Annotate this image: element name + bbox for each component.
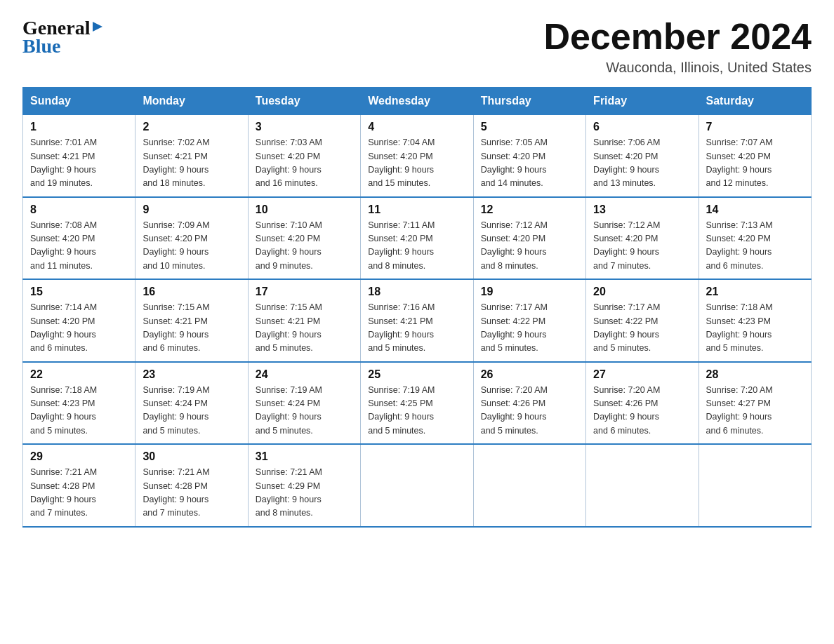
calendar-cell: 17 Sunrise: 7:15 AMSunset: 4:21 PMDaylig… <box>248 279 360 362</box>
calendar-cell <box>361 444 473 527</box>
calendar-cell: 10 Sunrise: 7:10 AMSunset: 4:20 PMDaylig… <box>248 197 360 280</box>
day-info: Sunrise: 7:21 AMSunset: 4:28 PMDaylight:… <box>30 467 97 518</box>
day-info: Sunrise: 7:02 AMSunset: 4:21 PMDaylight:… <box>143 137 209 188</box>
svg-marker-0 <box>93 22 102 32</box>
day-number: 25 <box>368 368 465 381</box>
day-info: Sunrise: 7:03 AMSunset: 4:20 PMDaylight:… <box>256 137 322 188</box>
day-number: 5 <box>481 121 578 133</box>
day-info: Sunrise: 7:21 AMSunset: 4:28 PMDaylight:… <box>143 467 209 518</box>
calendar-header-row: SundayMondayTuesdayWednesdayThursdayFrid… <box>23 88 812 115</box>
calendar-cell <box>699 444 811 527</box>
col-header-tuesday: Tuesday <box>248 88 360 115</box>
calendar-cell: 21 Sunrise: 7:18 AMSunset: 4:23 PMDaylig… <box>699 279 811 362</box>
calendar-cell: 3 Sunrise: 7:03 AMSunset: 4:20 PMDayligh… <box>248 115 360 197</box>
calendar-cell: 11 Sunrise: 7:11 AMSunset: 4:20 PMDaylig… <box>361 197 473 280</box>
day-info: Sunrise: 7:20 AMSunset: 4:27 PMDaylight:… <box>706 385 773 436</box>
day-number: 23 <box>143 368 240 381</box>
day-number: 6 <box>593 121 691 133</box>
day-info: Sunrise: 7:01 AMSunset: 4:21 PMDaylight:… <box>30 137 97 188</box>
day-number: 10 <box>256 203 353 216</box>
day-info: Sunrise: 7:17 AMSunset: 4:22 PMDaylight:… <box>593 302 660 353</box>
col-header-sunday: Sunday <box>23 88 135 115</box>
col-header-monday: Monday <box>135 88 248 115</box>
calendar-cell: 19 Sunrise: 7:17 AMSunset: 4:22 PMDaylig… <box>473 279 585 362</box>
day-info: Sunrise: 7:18 AMSunset: 4:23 PMDaylight:… <box>30 385 97 436</box>
calendar-cell: 18 Sunrise: 7:16 AMSunset: 4:21 PMDaylig… <box>361 279 473 362</box>
calendar-cell: 26 Sunrise: 7:20 AMSunset: 4:26 PMDaylig… <box>473 362 585 445</box>
day-number: 1 <box>30 121 128 133</box>
day-number: 4 <box>368 121 465 133</box>
page-header: General Blue December 2024 Wauconda, Ill… <box>22 17 812 76</box>
day-info: Sunrise: 7:12 AMSunset: 4:20 PMDaylight:… <box>593 220 660 271</box>
day-number: 24 <box>256 368 353 381</box>
day-number: 18 <box>368 286 465 298</box>
day-number: 13 <box>593 203 691 216</box>
calendar-cell: 12 Sunrise: 7:12 AMSunset: 4:20 PMDaylig… <box>473 197 585 280</box>
logo: General Blue <box>22 17 104 58</box>
month-title: December 2024 <box>543 17 812 57</box>
day-number: 14 <box>706 203 804 216</box>
calendar-cell: 30 Sunrise: 7:21 AMSunset: 4:28 PMDaylig… <box>135 444 248 527</box>
calendar-cell: 16 Sunrise: 7:15 AMSunset: 4:21 PMDaylig… <box>135 279 248 362</box>
calendar-cell: 27 Sunrise: 7:20 AMSunset: 4:26 PMDaylig… <box>586 362 699 445</box>
day-info: Sunrise: 7:15 AMSunset: 4:21 PMDaylight:… <box>256 302 322 353</box>
calendar-cell: 5 Sunrise: 7:05 AMSunset: 4:20 PMDayligh… <box>473 115 585 197</box>
day-info: Sunrise: 7:12 AMSunset: 4:20 PMDaylight:… <box>481 220 548 271</box>
calendar-cell: 13 Sunrise: 7:12 AMSunset: 4:20 PMDaylig… <box>586 197 699 280</box>
day-info: Sunrise: 7:19 AMSunset: 4:24 PMDaylight:… <box>143 385 209 436</box>
day-number: 28 <box>706 368 804 381</box>
day-info: Sunrise: 7:19 AMSunset: 4:25 PMDaylight:… <box>368 385 435 436</box>
calendar-cell: 14 Sunrise: 7:13 AMSunset: 4:20 PMDaylig… <box>699 197 811 280</box>
day-number: 26 <box>481 368 578 381</box>
calendar-cell: 24 Sunrise: 7:19 AMSunset: 4:24 PMDaylig… <box>248 362 360 445</box>
day-info: Sunrise: 7:14 AMSunset: 4:20 PMDaylight:… <box>30 302 97 353</box>
day-number: 9 <box>143 203 240 216</box>
day-info: Sunrise: 7:18 AMSunset: 4:23 PMDaylight:… <box>706 302 773 353</box>
calendar-cell <box>586 444 699 527</box>
calendar-cell: 4 Sunrise: 7:04 AMSunset: 4:20 PMDayligh… <box>361 115 473 197</box>
day-number: 15 <box>30 286 128 298</box>
day-number: 8 <box>30 203 128 216</box>
calendar-cell: 20 Sunrise: 7:17 AMSunset: 4:22 PMDaylig… <box>586 279 699 362</box>
day-info: Sunrise: 7:21 AMSunset: 4:29 PMDaylight:… <box>256 467 322 518</box>
day-info: Sunrise: 7:10 AMSunset: 4:20 PMDaylight:… <box>256 220 322 271</box>
day-info: Sunrise: 7:09 AMSunset: 4:20 PMDaylight:… <box>143 220 209 271</box>
calendar-cell <box>473 444 585 527</box>
day-number: 29 <box>30 450 128 463</box>
calendar-cell: 7 Sunrise: 7:07 AMSunset: 4:20 PMDayligh… <box>699 115 811 197</box>
day-number: 20 <box>593 286 691 298</box>
day-info: Sunrise: 7:16 AMSunset: 4:21 PMDaylight:… <box>368 302 435 353</box>
calendar-cell: 9 Sunrise: 7:09 AMSunset: 4:20 PMDayligh… <box>135 197 248 280</box>
day-number: 31 <box>256 450 353 463</box>
calendar-cell: 8 Sunrise: 7:08 AMSunset: 4:20 PMDayligh… <box>23 197 135 280</box>
col-header-wednesday: Wednesday <box>361 88 473 115</box>
day-info: Sunrise: 7:13 AMSunset: 4:20 PMDaylight:… <box>706 220 773 271</box>
day-info: Sunrise: 7:15 AMSunset: 4:21 PMDaylight:… <box>143 302 209 353</box>
calendar-cell: 2 Sunrise: 7:02 AMSunset: 4:21 PMDayligh… <box>135 115 248 197</box>
day-number: 27 <box>593 368 691 381</box>
logo-blue-text: Blue <box>22 35 60 58</box>
day-number: 30 <box>143 450 240 463</box>
col-header-friday: Friday <box>586 88 699 115</box>
day-info: Sunrise: 7:08 AMSunset: 4:20 PMDaylight:… <box>30 220 97 271</box>
day-info: Sunrise: 7:05 AMSunset: 4:20 PMDaylight:… <box>481 137 548 188</box>
day-number: 11 <box>368 203 465 216</box>
calendar-cell: 25 Sunrise: 7:19 AMSunset: 4:25 PMDaylig… <box>361 362 473 445</box>
calendar-cell: 1 Sunrise: 7:01 AMSunset: 4:21 PMDayligh… <box>23 115 135 197</box>
calendar-week-row: 8 Sunrise: 7:08 AMSunset: 4:20 PMDayligh… <box>23 197 812 280</box>
day-number: 16 <box>143 286 240 298</box>
logo-triangle-icon <box>91 20 104 36</box>
day-number: 22 <box>30 368 128 381</box>
col-header-saturday: Saturday <box>699 88 811 115</box>
calendar-cell: 22 Sunrise: 7:18 AMSunset: 4:23 PMDaylig… <box>23 362 135 445</box>
day-number: 21 <box>706 286 804 298</box>
calendar-cell: 23 Sunrise: 7:19 AMSunset: 4:24 PMDaylig… <box>135 362 248 445</box>
calendar-table: SundayMondayTuesdayWednesdayThursdayFrid… <box>22 87 812 528</box>
day-info: Sunrise: 7:04 AMSunset: 4:20 PMDaylight:… <box>368 137 435 188</box>
day-number: 12 <box>481 203 578 216</box>
day-info: Sunrise: 7:20 AMSunset: 4:26 PMDaylight:… <box>481 385 548 436</box>
calendar-week-row: 29 Sunrise: 7:21 AMSunset: 4:28 PMDaylig… <box>23 444 812 527</box>
calendar-cell: 6 Sunrise: 7:06 AMSunset: 4:20 PMDayligh… <box>586 115 699 197</box>
day-info: Sunrise: 7:07 AMSunset: 4:20 PMDaylight:… <box>706 137 773 188</box>
day-number: 17 <box>256 286 353 298</box>
